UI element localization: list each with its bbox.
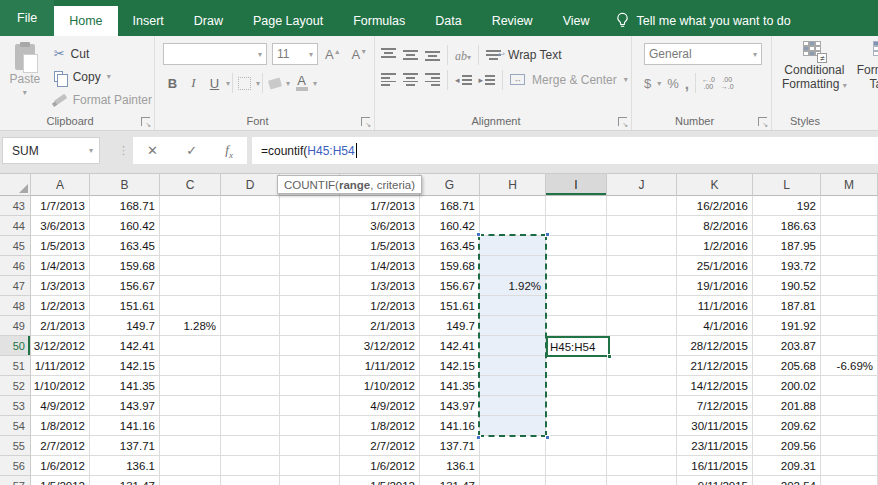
borders-button[interactable] [235,72,254,94]
cell-E56[interactable] [280,456,340,476]
cell-B49[interactable]: 149.7 [90,316,160,336]
cell-E57[interactable] [280,476,340,485]
cell-B52[interactable]: 141.35 [90,376,160,396]
cell-L43[interactable]: 192 [753,196,821,216]
align-top-button[interactable] [381,48,396,61]
cell-G45[interactable]: 163.45 [420,236,480,256]
cell-D47[interactable] [221,276,280,296]
cell-D48[interactable] [221,296,280,316]
cell-F43[interactable]: 1/7/2013 [340,196,420,216]
row-header-56[interactable]: 56 [0,456,31,476]
cell-H43[interactable] [480,196,546,216]
cell-K44[interactable]: 8/2/2016 [677,216,753,236]
align-bottom-button[interactable] [425,48,440,61]
cell-B53[interactable]: 143.97 [90,396,160,416]
row-header-50[interactable]: 50 [0,336,31,356]
increase-indent-button[interactable]: ▸ [479,73,496,86]
name-box[interactable]: SUM ▾ [2,137,100,164]
cell-I52[interactable] [546,376,607,396]
selection-handle[interactable] [545,435,550,440]
cell-H45[interactable] [480,236,546,256]
cell-C45[interactable] [160,236,221,256]
cell-M44[interactable] [821,216,878,236]
row-header-45[interactable]: 45 [0,236,31,256]
cut-button[interactable]: ✂ Cut [54,42,152,65]
cell-M52[interactable] [821,376,878,396]
cell-A43[interactable]: 1/7/2013 [31,196,90,216]
fill-color-button[interactable] [265,72,284,94]
cell-B56[interactable]: 136.1 [90,456,160,476]
cell-K47[interactable]: 19/1/2016 [677,276,753,296]
cell-A45[interactable]: 1/5/2013 [31,236,90,256]
column-header-g[interactable]: G [420,174,480,196]
cell-D51[interactable] [221,356,280,376]
cell-F53[interactable]: 4/9/2012 [340,396,420,416]
cell-E47[interactable] [280,276,340,296]
row-header-55[interactable]: 55 [0,436,31,456]
cell-J47[interactable] [607,276,677,296]
font-dialog-launcher[interactable] [361,117,370,126]
cell-M54[interactable] [821,416,878,436]
alignment-dialog-launcher[interactable] [618,117,627,126]
cell-A44[interactable]: 3/6/2013 [31,216,90,236]
cell-K43[interactable]: 16/2/2016 [677,196,753,216]
row-header-53[interactable]: 53 [0,396,31,416]
column-header-l[interactable]: L [753,174,821,196]
column-header-m[interactable]: M [821,174,878,196]
cell-A49[interactable]: 2/1/2013 [31,316,90,336]
cell-J46[interactable] [607,256,677,276]
cell-A54[interactable]: 1/8/2012 [31,416,90,436]
cell-G44[interactable]: 160.42 [420,216,480,236]
cell-G57[interactable]: 131.47 [420,476,480,485]
cell-L56[interactable]: 209.31 [753,456,821,476]
cell-G56[interactable]: 136.1 [420,456,480,476]
cell-M43[interactable] [821,196,878,216]
cell-G52[interactable]: 141.35 [420,376,480,396]
cell-M51[interactable]: -6.69% [821,356,878,376]
cell-M47[interactable] [821,276,878,296]
cell-J44[interactable] [607,216,677,236]
cell-C49[interactable]: 1.28% [160,316,221,336]
align-right-button[interactable] [425,73,440,86]
cell-H49[interactable] [480,316,546,336]
cell-K52[interactable]: 14/12/2015 [677,376,753,396]
cell-I53[interactable] [546,396,607,416]
cell-L55[interactable]: 209.56 [753,436,821,456]
cell-K53[interactable]: 7/12/2015 [677,396,753,416]
cell-K54[interactable]: 30/11/2015 [677,416,753,436]
cell-M55[interactable] [821,436,878,456]
row-header-46[interactable]: 46 [0,256,31,276]
cell-I44[interactable] [546,216,607,236]
cell-H51[interactable] [480,356,546,376]
tab-review[interactable]: Review [477,6,548,36]
selection-handle[interactable] [545,232,550,237]
cell-H56[interactable] [480,456,546,476]
cell-M48[interactable] [821,296,878,316]
cell-A47[interactable]: 1/3/2013 [31,276,90,296]
cell-E53[interactable] [280,396,340,416]
increase-decimal-button[interactable]: ←.0.00 [702,76,715,90]
tab-formulas[interactable]: Formulas [338,6,420,36]
cell-I57[interactable] [546,476,607,485]
cell-H55[interactable] [480,436,546,456]
cell-H47[interactable]: 1.92% [480,276,546,296]
cell-G55[interactable]: 137.71 [420,436,480,456]
cell-C43[interactable] [160,196,221,216]
cell-D52[interactable] [221,376,280,396]
cell-K48[interactable]: 11/1/2016 [677,296,753,316]
cell-M46[interactable] [821,256,878,276]
italic-button[interactable]: I [184,72,203,94]
cell-K51[interactable]: 21/12/2015 [677,356,753,376]
cell-M49[interactable] [821,316,878,336]
cell-F55[interactable]: 2/7/2012 [340,436,420,456]
format-as-table-button[interactable]: Format as Table [857,41,878,130]
cell-C52[interactable] [160,376,221,396]
cell-B43[interactable]: 168.71 [90,196,160,216]
cell-H50[interactable] [480,336,546,356]
row-header-47[interactable]: 47 [0,276,31,296]
cell-J43[interactable] [607,196,677,216]
tab-insert[interactable]: Insert [118,6,179,36]
tab-home[interactable]: Home [54,6,117,36]
cell-K46[interactable]: 25/1/2016 [677,256,753,276]
cell-I55[interactable] [546,436,607,456]
